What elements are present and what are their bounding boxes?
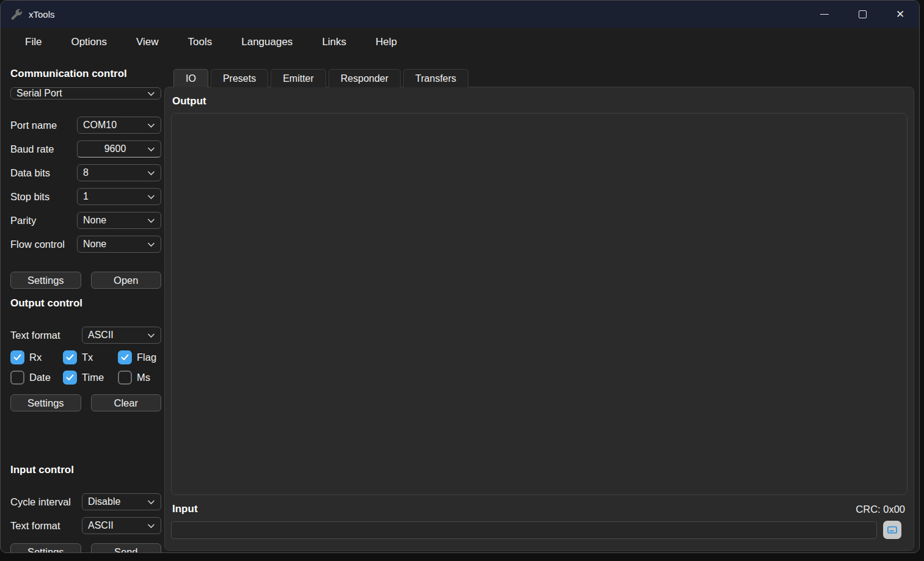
checkbox-box [118, 371, 132, 385]
port-name-value: COM10 [83, 120, 147, 131]
flag-checkbox[interactable]: Flag [118, 350, 161, 364]
maximize-button[interactable] [843, 1, 881, 28]
chevron-down-icon [147, 123, 155, 128]
menu-tools[interactable]: Tools [177, 32, 224, 52]
input-text-format-label: Text format [10, 520, 82, 532]
input-control-heading: Input control [10, 464, 161, 476]
app-window: xTools ✕ File Options View Tools Languag… [0, 0, 920, 553]
parity-select[interactable]: None [77, 212, 161, 229]
rx-checkbox[interactable]: Rx [10, 350, 63, 364]
stop-bits-select[interactable]: 1 [77, 188, 161, 205]
data-bits-label: Data bits [10, 167, 77, 179]
port-name-label: Port name [10, 120, 77, 131]
stop-bits-value: 1 [83, 191, 147, 202]
baud-rate-select[interactable]: 9600 [77, 140, 161, 157]
menu-help[interactable]: Help [365, 32, 408, 52]
chevron-down-icon [147, 333, 155, 338]
input-text-format-select[interactable]: ASCII [82, 517, 161, 534]
parity-label: Parity [10, 215, 77, 226]
chevron-down-icon [147, 499, 155, 505]
menu-links[interactable]: Links [311, 32, 357, 52]
tab-emitter[interactable]: Emitter [271, 69, 326, 87]
tx-checkbox[interactable]: Tx [63, 350, 118, 364]
data-bits-value: 8 [83, 167, 147, 178]
tab-bar: IO Presets Emitter Responder Transfers [164, 68, 914, 87]
flow-control-select[interactable]: None [77, 236, 161, 253]
ms-checkbox[interactable]: Ms [118, 371, 161, 385]
chevron-down-icon [147, 170, 155, 176]
output-control-heading: Output control [10, 297, 161, 309]
crc-value: CRC: 0x00 [856, 504, 905, 515]
cycle-interval-label: Cycle interval [10, 496, 82, 508]
output-flags-grid: Rx Tx Flag Date Time [10, 350, 161, 385]
menu-bar: File Options View Tools Languages Links … [1, 28, 919, 56]
input-field[interactable] [171, 521, 877, 539]
chevron-down-icon [147, 218, 155, 223]
chevron-down-icon [147, 523, 155, 529]
time-checkbox-label: Time [82, 372, 104, 383]
flow-control-label: Flow control [10, 239, 77, 250]
input-heading: Input [172, 503, 198, 515]
checkbox-box [10, 350, 24, 364]
send-button[interactable]: Send [91, 543, 162, 553]
tx-checkbox-label: Tx [82, 352, 93, 363]
port-name-select[interactable]: COM10 [77, 117, 161, 134]
minimize-button[interactable] [806, 1, 843, 28]
menu-view[interactable]: View [125, 32, 170, 52]
tab-responder[interactable]: Responder [329, 69, 401, 87]
device-type-select[interactable]: Serial Port [10, 87, 161, 100]
stop-bits-label: Stop bits [10, 191, 77, 203]
io-panel: Output Input CRC: 0x00 [164, 87, 914, 551]
input-settings-button[interactable]: Settings [10, 543, 81, 553]
text-field-icon [886, 524, 898, 536]
checkbox-box [10, 371, 24, 385]
sidebar: Communication control Serial Port Port n… [1, 56, 164, 552]
menu-languages[interactable]: Languages [230, 32, 304, 52]
communication-control-heading: Communication control [10, 68, 161, 80]
tab-presets[interactable]: Presets [211, 69, 268, 87]
checkbox-box [63, 371, 77, 385]
title-bar: xTools ✕ [1, 1, 919, 28]
wrench-icon [9, 8, 23, 21]
window-controls: ✕ [806, 1, 919, 28]
output-text-format-value: ASCII [88, 330, 147, 341]
checkbox-box [63, 350, 77, 364]
data-bits-select[interactable]: 8 [77, 164, 161, 181]
close-button[interactable]: ✕ [881, 1, 919, 28]
clear-button[interactable]: Clear [91, 394, 162, 411]
close-icon: ✕ [896, 9, 904, 20]
date-checkbox[interactable]: Date [10, 371, 63, 385]
parity-value: None [83, 215, 147, 226]
output-text-format-label: Text format [10, 330, 82, 341]
input-format-button[interactable] [883, 521, 901, 539]
menu-options[interactable]: Options [60, 32, 118, 52]
window-title: xTools [29, 9, 55, 20]
checkbox-box [118, 350, 132, 364]
open-button[interactable]: Open [91, 272, 162, 289]
output-heading: Output [172, 95, 206, 107]
chevron-down-icon [147, 194, 155, 200]
main-area: IO Presets Emitter Responder Transfers O… [164, 56, 919, 552]
comm-settings-button[interactable]: Settings [10, 272, 81, 289]
menu-file[interactable]: File [14, 32, 53, 52]
rx-checkbox-label: Rx [29, 352, 42, 363]
minimize-icon [820, 14, 829, 15]
tab-transfers[interactable]: Transfers [403, 69, 468, 87]
cycle-interval-value: Disable [88, 496, 147, 507]
date-checkbox-label: Date [29, 372, 51, 383]
chevron-down-icon [147, 147, 155, 152]
device-type-value: Serial Port [16, 88, 147, 99]
input-text-format-value: ASCII [88, 520, 147, 531]
baud-rate-value: 9600 [83, 143, 147, 154]
maximize-icon [859, 10, 867, 18]
output-text-format-select[interactable]: ASCII [82, 327, 161, 344]
baud-rate-label: Baud rate [10, 143, 77, 155]
ms-checkbox-label: Ms [137, 372, 150, 383]
time-checkbox[interactable]: Time [63, 371, 118, 385]
output-settings-button[interactable]: Settings [10, 394, 81, 411]
output-console[interactable] [171, 113, 908, 495]
cycle-interval-select[interactable]: Disable [82, 493, 161, 510]
tab-io[interactable]: IO [173, 69, 208, 87]
flag-checkbox-label: Flag [137, 352, 156, 363]
chevron-down-icon [147, 242, 155, 247]
